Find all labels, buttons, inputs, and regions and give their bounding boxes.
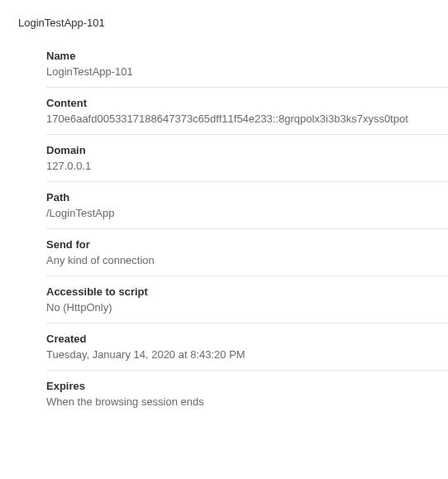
field-accessible: Accessible to script No (HttpOnly) (46, 276, 448, 323)
cookie-title: LoginTestApp-101 (0, 0, 448, 41)
label-content: Content (46, 97, 448, 109)
field-path: Path /LoginTestApp (46, 182, 448, 229)
field-expires: Expires When the browsing session ends (46, 371, 448, 417)
label-path: Path (46, 191, 448, 204)
field-sendfor: Send for Any kind of connection (46, 229, 448, 276)
value-domain: 127.0.0.1 (46, 160, 448, 172)
field-content: Content 170e6aafd0053317188647373c65dff1… (46, 88, 448, 135)
value-content: 170e6aafd0053317188647373c65dff11f54e233… (46, 113, 448, 125)
value-created: Tuesday, January 14, 2020 at 8:43:20 PM (46, 348, 448, 361)
value-name: LoginTestApp-101 (46, 65, 448, 78)
label-name: Name (46, 50, 448, 62)
label-accessible: Accessible to script (46, 285, 448, 298)
label-domain: Domain (46, 144, 448, 156)
label-expires: Expires (46, 380, 448, 392)
value-sendfor: Any kind of connection (46, 254, 448, 266)
value-expires: When the browsing session ends (46, 395, 448, 408)
label-sendfor: Send for (46, 238, 448, 251)
field-name: Name LoginTestApp-101 (46, 41, 448, 88)
cookie-details: Name LoginTestApp-101 Content 170e6aafd0… (0, 41, 448, 417)
value-path: /LoginTestApp (46, 207, 448, 219)
label-created: Created (46, 333, 448, 345)
value-accessible: No (HttpOnly) (46, 301, 448, 314)
field-domain: Domain 127.0.0.1 (46, 135, 448, 182)
field-created: Created Tuesday, January 14, 2020 at 8:4… (46, 323, 448, 371)
